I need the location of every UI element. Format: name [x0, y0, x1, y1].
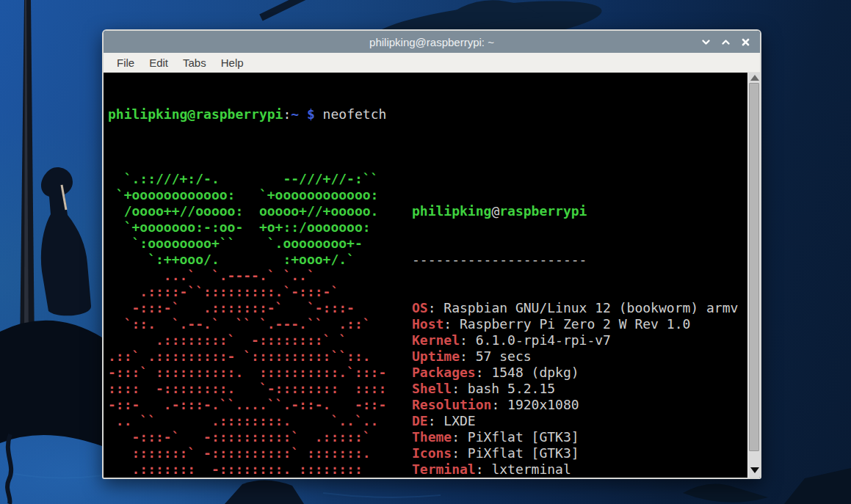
branch-silhouette [7, 434, 11, 504]
info-row: Kernel: 6.1.0-rpi4-rpi-v7 [412, 332, 738, 348]
ascii-art-green: `.::///+:/-. --///+//-:`` `+oooooooooooo… [108, 171, 378, 267]
corner-silhouette [784, 468, 851, 504]
info-row: Theme: PiXflat [GTK3] [412, 429, 738, 445]
info-value: : 1548 (dpkg) [476, 365, 579, 380]
terminal-screen[interactable]: philipking@raspberrypi:~ $ neofetch `.::… [104, 73, 760, 478]
info-rows: OS: Raspbian GNU/Linux 12 (bookworm) arm… [412, 300, 738, 478]
info-value: : LXDE [428, 413, 476, 428]
ascii-art-red: ...` `.----.` `..` .::::-``:::::::::.`-:… [108, 268, 386, 478]
system-info: philipking@raspberrypi -----------------… [412, 171, 738, 478]
info-row: DE: LXDE [412, 413, 738, 429]
info-header: philipking@raspberrypi [412, 203, 738, 219]
info-row: Packages: 1548 (dpkg) [412, 365, 738, 381]
info-label: Icons [412, 445, 452, 461]
neofetch-output: `.::///+:/-. --///+//-:`` `+oooooooooooo… [108, 171, 747, 478]
menu-item-help[interactable]: Help [214, 54, 251, 71]
info-value: : lxterminal [476, 461, 571, 477]
info-value: : Raspbian GNU/Linux 12 (bookworm) armv [428, 300, 739, 315]
close-icon [741, 37, 750, 47]
minimize-button[interactable] [698, 34, 713, 49]
info-value: : 6.1.0-rpi4-rpi-v7 [460, 332, 611, 348]
info-value: : bash 5.2.15 [452, 381, 555, 396]
info-value: : PiXflat [GTK3] [452, 445, 579, 461]
window-titlebar[interactable]: philipking@raspberrypi: ~ [104, 31, 760, 53]
info-row: Icons: PiXflat [GTK3] [412, 445, 738, 461]
prompt-command: neofetch [315, 106, 387, 122]
scrollbar-thumb[interactable] [749, 83, 759, 451]
leaf-silhouette [225, 480, 304, 504]
info-row: Terminal: lxterminal [412, 461, 738, 478]
scroll-up-icon[interactable] [750, 75, 759, 81]
info-user: philipking [412, 203, 491, 219]
info-row: Resolution: 1920x1080 [412, 397, 738, 413]
info-label: DE [412, 413, 428, 428]
terminal-window: philipking@raspberrypi: ~ File Edit Tabs… [102, 29, 761, 479]
info-label: Terminal [412, 461, 476, 477]
scrollbar[interactable] [747, 73, 760, 478]
at-symbol: @ [491, 203, 499, 219]
info-label: Resolution [412, 397, 491, 412]
info-label: Kernel [412, 332, 460, 348]
info-row: Host: Raspberry Pi Zero 2 W Rev 1.0 [412, 316, 738, 332]
info-host: raspberrypi [499, 203, 587, 219]
menu-item-edit[interactable]: Edit [142, 54, 175, 71]
info-label: OS [412, 300, 428, 315]
maximize-button[interactable] [718, 34, 733, 49]
info-row: Shell: bash 5.2.15 [412, 381, 738, 397]
close-button[interactable] [738, 34, 753, 49]
menu-item-file[interactable]: File [109, 54, 142, 71]
menu-item-tabs[interactable]: Tabs [175, 54, 214, 71]
window-title: philipking@raspberrypi: ~ [369, 36, 494, 48]
prompt-path: ~ $ [291, 106, 315, 122]
prompt-user-host: philipking@raspberrypi [108, 106, 283, 122]
info-label: Uptime [412, 348, 460, 364]
info-label: Theme [412, 429, 452, 445]
terminal-content: philipking@raspberrypi:~ $ neofetch `.::… [108, 74, 747, 478]
boat-silhouette [0, 321, 102, 446]
ascii-logo: `.::///+:/-. --///+//-:`` `+oooooooooooo… [108, 171, 412, 478]
info-row: OS: Raspbian GNU/Linux 12 (bookworm) arm… [412, 300, 738, 316]
menu-bar: File Edit Tabs Help [104, 53, 760, 73]
window-controls [698, 31, 753, 53]
info-value: : 57 secs [460, 348, 532, 364]
info-label: Packages [412, 365, 476, 380]
prompt-colon: : [283, 106, 291, 122]
bird-silhouette [41, 167, 91, 315]
info-row: Uptime: 57 secs [412, 348, 738, 365]
info-separator: ---------------------- [412, 252, 738, 268]
info-value: : PiXflat [GTK3] [452, 429, 579, 445]
prompt-line: philipking@raspberrypi:~ $ neofetch [108, 106, 747, 123]
info-label: Host [412, 316, 443, 332]
scroll-down-icon[interactable] [750, 467, 759, 473]
info-value: : Raspberry Pi Zero 2 W Rev 1.0 [443, 316, 690, 332]
chevron-down-icon [701, 37, 711, 47]
info-label: Shell [412, 381, 452, 396]
chevron-up-icon [721, 37, 731, 47]
leaf-silhouette-right [683, 484, 768, 503]
info-value: : 1920x1080 [491, 397, 579, 412]
